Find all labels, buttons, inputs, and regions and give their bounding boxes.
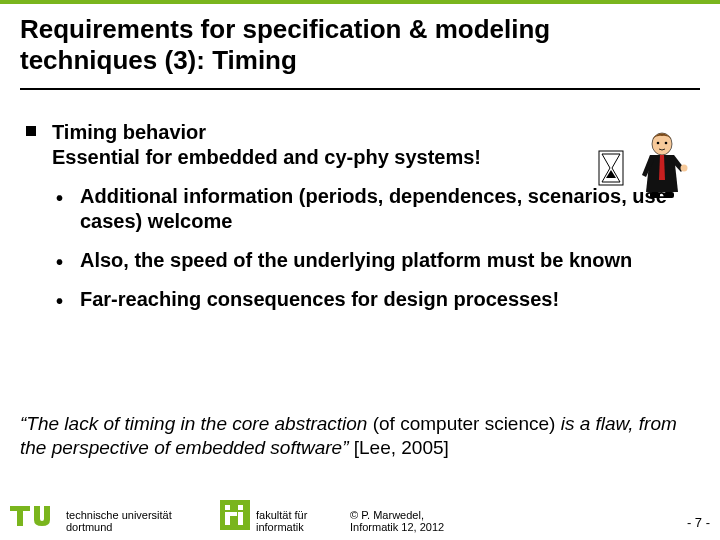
svg-rect-6 bbox=[664, 192, 674, 198]
dot-bullet-icon: • bbox=[56, 252, 63, 272]
faculty-name: fakultät für informatik bbox=[256, 509, 307, 534]
uni-line1: technische universität bbox=[66, 509, 172, 521]
svg-rect-14 bbox=[238, 505, 243, 510]
svg-rect-13 bbox=[225, 512, 230, 525]
slide-title-block: Requirements for specification & modelin… bbox=[20, 14, 660, 75]
svg-point-3 bbox=[665, 142, 668, 145]
bullet-main-line1: Timing behavior bbox=[52, 121, 206, 143]
fac-line2: informatik bbox=[256, 521, 304, 533]
dot-bullet-icon: • bbox=[56, 188, 63, 208]
bullet-main-line2: Essential for embedded and cy-phy system… bbox=[52, 146, 481, 168]
svg-rect-0 bbox=[599, 151, 623, 185]
svg-rect-15 bbox=[238, 512, 243, 525]
copyright-text: © P. Marwedel, Informatik 12, 2012 bbox=[350, 509, 444, 534]
page-number: - 7 - bbox=[687, 515, 710, 530]
bullet-level2-item: • Also, the speed of the underlying plat… bbox=[20, 248, 700, 273]
hourglass-icon bbox=[598, 150, 624, 186]
businessman-clipart-icon bbox=[632, 130, 692, 200]
quote-block: “The lack of timing in the core abstract… bbox=[20, 412, 700, 460]
slide-footer: technische universität dortmund fakultät… bbox=[0, 496, 720, 540]
svg-rect-9 bbox=[17, 506, 23, 526]
slide-title: Requirements for specification & modelin… bbox=[20, 14, 660, 75]
square-bullet-icon bbox=[26, 126, 36, 136]
svg-point-4 bbox=[681, 165, 688, 172]
bullet-sub2: Also, the speed of the underlying platfo… bbox=[80, 248, 700, 273]
dot-bullet-icon: • bbox=[56, 291, 63, 311]
bullet-sub3: Far-reaching consequences for design pro… bbox=[80, 287, 700, 312]
fac-line1: fakultät für bbox=[256, 509, 307, 521]
bullet-sub1: Additional information (periods, depende… bbox=[80, 184, 700, 234]
svg-point-2 bbox=[657, 142, 660, 145]
svg-rect-11 bbox=[225, 505, 230, 510]
bullet-level2-item: • Additional information (periods, depen… bbox=[20, 184, 700, 234]
tu-logo-icon bbox=[8, 500, 60, 534]
copy-line2: Informatik 12, 2012 bbox=[350, 521, 444, 533]
accent-top-rule bbox=[0, 0, 720, 4]
fi-logo-icon bbox=[220, 500, 250, 534]
quote-cite: [Lee, 2005] bbox=[348, 437, 448, 458]
copy-line1: © P. Marwedel, bbox=[350, 509, 424, 521]
quote-part1: “The lack of timing in the core abstract… bbox=[20, 413, 373, 434]
bullet-level2-item: • Far-reaching consequences for design p… bbox=[20, 287, 700, 312]
title-underline bbox=[20, 88, 700, 90]
svg-rect-5 bbox=[650, 192, 660, 198]
university-name: technische universität dortmund bbox=[66, 509, 172, 534]
uni-line2: dortmund bbox=[66, 521, 112, 533]
quote-part2: (of computer science) bbox=[373, 413, 556, 434]
